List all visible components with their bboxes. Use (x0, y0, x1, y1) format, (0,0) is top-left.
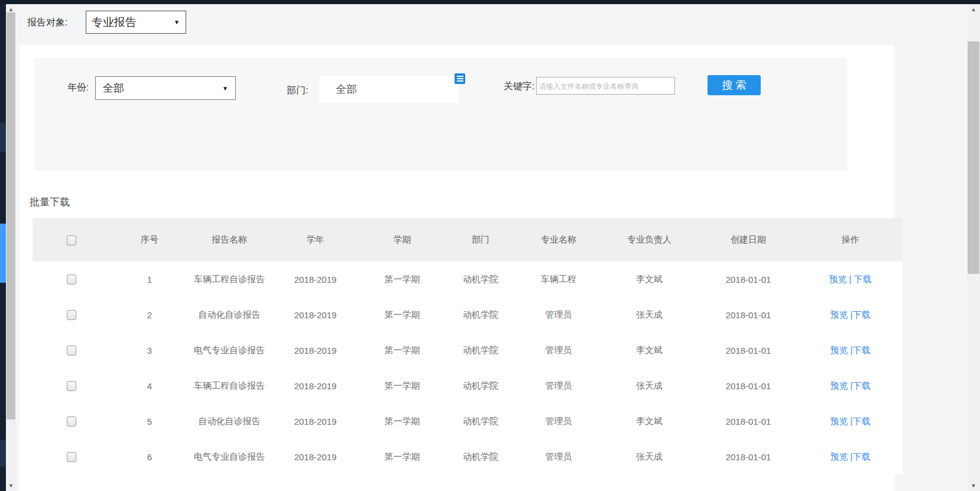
menu-icon[interactable] (455, 73, 465, 84)
batch-download-label: 批量下载 (30, 195, 70, 209)
cell-major: 管理员 (517, 416, 600, 427)
table-row: 2自动化自诊报告2018-2019第一学期动机学院管理员张天成2018-01-0… (33, 297, 903, 332)
cell-leader: 李文斌 (600, 345, 699, 356)
sidebar-item-strip[interactable] (0, 122, 6, 152)
preview-link[interactable]: 预览 (830, 380, 848, 390)
cell-year: 2018-2019 (270, 416, 361, 427)
report-target-label: 报告对象: (27, 17, 67, 29)
download-link[interactable]: 下载 (853, 380, 871, 390)
year-value: 全部 (96, 77, 235, 99)
right-scrollbar[interactable]: ▲ ▼ (967, 4, 980, 491)
row-checkbox[interactable] (67, 381, 76, 391)
header-cell: 报告名称 (189, 234, 270, 246)
action-separator: | (848, 345, 852, 355)
row-checkbox[interactable] (67, 345, 76, 356)
download-link[interactable]: 下载 (854, 274, 872, 284)
cell-leader: 李文斌 (600, 274, 699, 285)
cell-dept: 动机学院 (444, 309, 517, 321)
cell-term: 第一学期 (361, 274, 444, 285)
cell-date: 2018-01-01 (699, 310, 798, 320)
cell-year: 2018-2019 (270, 381, 361, 391)
row-checkbox-cell (33, 380, 111, 392)
collapsed-sidebar (0, 4, 6, 491)
download-link[interactable]: 下载 (853, 345, 871, 355)
sidebar-item-strip[interactable] (0, 440, 6, 467)
table-row: 5自动化自诊报告2018-2019第一学期动机学院管理员李文斌2018-01-0… (33, 403, 903, 439)
row-checkbox[interactable] (67, 416, 76, 427)
cell-action: 预览 |下载 (798, 380, 903, 392)
cell-dept: 动机学院 (444, 451, 517, 463)
scroll-down-icon[interactable]: ▼ (967, 482, 980, 490)
cell-no: 5 (111, 416, 189, 427)
cell-name: 自动化自诊报告 (189, 309, 270, 321)
preview-link[interactable]: 预览 (830, 451, 848, 461)
cell-no: 3 (111, 345, 189, 356)
cell-no: 2 (111, 310, 189, 320)
preview-link[interactable]: 预览 (830, 309, 848, 319)
header-cell: 部门 (444, 234, 517, 246)
download-link[interactable]: 下载 (853, 416, 871, 426)
cell-term: 第一学期 (361, 380, 444, 392)
select-all-checkbox[interactable] (67, 235, 76, 246)
left-scrollbar[interactable]: ▲ ▼ (6, 4, 16, 491)
cell-action: 预览 |下载 (798, 451, 903, 463)
search-button[interactable]: 搜 索 (708, 75, 761, 95)
chevron-down-icon: ▼ (174, 19, 180, 25)
cell-action: 预览 |下载 (798, 309, 903, 321)
table-body: 1车辆工程自诊报告2018-2019第一学期动机学院车辆工程李文斌2018-01… (33, 261, 903, 474)
cell-leader: 张天成 (600, 380, 699, 392)
preview-link[interactable]: 预览 (830, 416, 848, 426)
download-link[interactable]: 下载 (853, 451, 871, 461)
row-checkbox[interactable] (67, 274, 76, 285)
cell-date: 2018-01-01 (699, 381, 798, 391)
report-target-value: 专业报告 (86, 15, 137, 30)
department-label: 部门: (287, 85, 308, 97)
header-cell: 专业负责人 (600, 234, 699, 246)
department-select[interactable]: 全部 (319, 76, 459, 103)
right-scrollbar-thumb[interactable] (968, 41, 979, 274)
action-separator: | (848, 380, 852, 390)
header-cell: 专业名称 (517, 234, 600, 246)
scroll-up-icon[interactable]: ▲ (967, 5, 980, 14)
header-cell: 创建日期 (699, 234, 798, 246)
header-cell: 学期 (361, 234, 444, 246)
cell-dept: 动机学院 (444, 274, 517, 285)
cell-date: 2018-01-01 (699, 416, 798, 427)
left-scrollbar-thumb[interactable] (7, 12, 15, 419)
sidebar-active-item-strip[interactable] (0, 224, 6, 283)
cell-dept: 动机学院 (444, 380, 517, 392)
cell-date: 2018-01-01 (699, 345, 798, 356)
action-separator: | (846, 274, 854, 284)
preview-link[interactable]: 预览 (829, 274, 846, 284)
cell-year: 2018-2019 (270, 310, 361, 320)
header-cell: 操作 (798, 234, 903, 246)
year-label: 年份: (67, 82, 89, 94)
cell-term: 第一学期 (361, 345, 444, 356)
cell-no: 6 (111, 452, 189, 462)
cell-year: 2018-2019 (270, 345, 361, 356)
scroll-down-icon[interactable]: ▼ (6, 482, 16, 490)
cell-leader: 张天成 (600, 309, 699, 321)
app-window: ▲ ▼ ▲ ▼ 报告对象: 专业报告 ▼ 年份: 全部 ▼ 部门: 全部 关键字… (0, 0, 980, 491)
download-link[interactable]: 下载 (853, 309, 871, 319)
row-checkbox[interactable] (67, 310, 76, 320)
header-checkbox-cell (33, 234, 111, 246)
cell-year: 2018-2019 (270, 274, 361, 285)
reports-table: 序号报告名称学年学期部门专业名称专业负责人创建日期操作 1车辆工程自诊报告201… (33, 218, 903, 474)
action-separator: | (848, 416, 852, 426)
cell-action: 预览 | 下载 (798, 274, 903, 285)
row-checkbox-cell (33, 345, 111, 356)
keyword-input[interactable] (536, 77, 675, 95)
year-select[interactable]: 全部 ▼ (95, 76, 236, 100)
cell-action: 预览 |下载 (798, 416, 903, 427)
row-checkbox-cell (33, 274, 111, 285)
row-checkbox[interactable] (67, 452, 76, 462)
keyword-label: 关键字: (504, 80, 534, 93)
cell-action: 预览 |下载 (798, 345, 903, 356)
cell-term: 第一学期 (361, 416, 444, 427)
preview-link[interactable]: 预览 (830, 345, 848, 355)
table-row: 1车辆工程自诊报告2018-2019第一学期动机学院车辆工程李文斌2018-01… (33, 261, 903, 297)
table-row: 4车辆工程自诊报告2018-2019第一学期动机学院管理员张天成2018-01-… (33, 368, 903, 403)
row-checkbox-cell (33, 416, 111, 427)
report-target-select[interactable]: 专业报告 ▼ (86, 11, 186, 34)
